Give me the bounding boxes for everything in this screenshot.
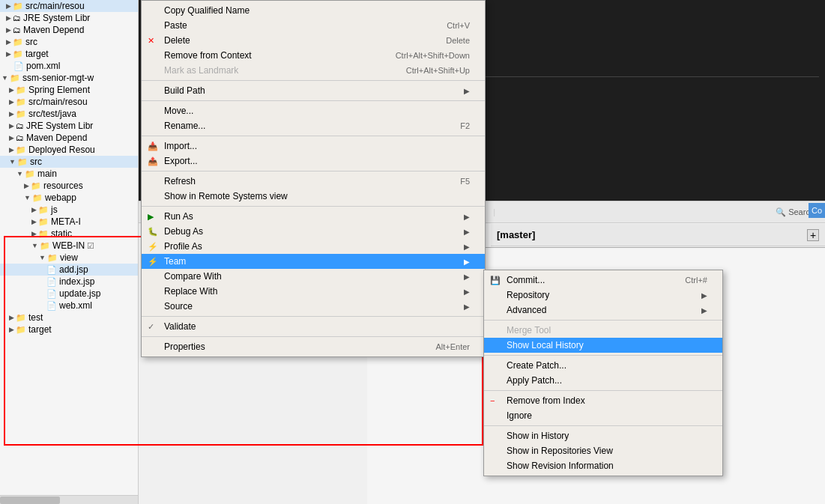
arrow-icon: ▶ [31,230,37,237]
tree-item-src2[interactable]: ▼ 📁 src [0,156,138,168]
menu-label: Commit... [507,275,545,285]
tree-item-ssm[interactable]: ▼ 📁 ssm-senior-mgt-w [0,72,138,84]
file-icon: 📄 [46,301,57,311]
menu-item-delete[interactable]: ✕ Delete Delete [142,33,485,48]
folder-icon: 📁 [31,181,41,191]
menu-separator [484,390,722,391]
tree-label: src [30,157,42,167]
tree-item-resources[interactable]: ▶ 📁 resources [0,180,138,192]
tree-item-spring[interactable]: ▶ 📁 Spring Element [0,84,138,96]
add-button[interactable]: + [807,229,819,241]
tree-item-target[interactable]: ▶ 📁 target [0,48,138,60]
submenu-arrow-icon: ▶ [464,258,470,266]
tree-label: Spring Element [28,85,90,95]
arrow-icon: ▼ [24,194,31,201]
tree-item-test2[interactable]: ▶ 📁 test [0,312,138,324]
menu-item-refresh[interactable]: Refresh F5 [142,174,485,189]
menu-label: Run As [164,211,193,222]
submenu-arrow-icon: ▶ [464,243,470,251]
menu-item-validate[interactable]: ✓ Validate [142,319,485,334]
tree-item-src-main[interactable]: ▶ 📁 src/main/resou [0,0,138,12]
menu-shortcut: Ctrl+Alt+Shift+Down [373,51,470,60]
tree-item-js[interactable]: ▶ 📁 js [0,204,138,216]
team-menu-ignore[interactable]: Ignore [484,408,722,423]
tree-label: target [25,49,49,59]
menu-item-team[interactable]: ⚡ Team ▶ [142,254,485,269]
tree-item-updatejsp[interactable]: 📄 update.jsp [0,288,138,300]
menu-shortcut: Ctrl+# [662,276,707,285]
tree-item-webxml[interactable]: 📄 web.xml [0,300,138,312]
tree-item-webinf[interactable]: ▼ 📁 WEB-IN ☑ [0,240,138,252]
project-explorer: ▶ 📁 src/main/resou ▶ 🗂 JRE System Libr ▶… [0,0,139,504]
tree-item-test-java[interactable]: ▶ 📁 src/test/java [0,108,138,120]
team-menu-show-repos[interactable]: Show in Repositories View [484,443,722,458]
folder-icon: 📁 [40,241,50,251]
menu-item-move[interactable]: Move... [142,103,485,118]
tree-item-maven2[interactable]: ▶ 🗂 Maven Depend [0,132,138,144]
tree-item-maven[interactable]: ▶ 🗂 Maven Depend [0,24,138,36]
tree-item-view[interactable]: ▼ 📁 view [0,252,138,264]
team-menu-show-revision[interactable]: Show Revision Information [484,458,722,473]
menu-item-profile-as[interactable]: ⚡ Profile As ▶ [142,239,485,254]
folder-icon: 📁 [13,1,23,11]
team-menu-repository[interactable]: Repository ▶ [484,288,722,303]
tree-item-webapp[interactable]: ▼ 📁 webapp [0,192,138,204]
submenu-arrow-icon: ▶ [701,306,707,315]
menu-item-show-remote[interactable]: Show in Remote Systems view [142,189,485,204]
team-menu-apply-patch[interactable]: Apply Patch... [484,373,722,388]
menu-item-copy-qualified[interactable]: Copy Qualified Name [142,3,485,18]
tree-item-indexjsp[interactable]: 📄 index.jsp [0,276,138,288]
arrow-icon: ▶ [9,314,14,321]
tree-label: Maven Depend [23,25,84,35]
menu-item-run-as[interactable]: ▶ Run As ▶ [142,209,485,224]
menu-item-properties[interactable]: Properties Alt+Enter [142,339,485,354]
arrow-icon: ▶ [9,110,14,118]
tree-item-pom[interactable]: 📄 pom.xml [0,60,138,72]
folder-icon: 📁 [13,37,23,47]
tree-item-meta[interactable]: ▶ 📁 META-I [0,216,138,228]
arrow-icon: ▶ [31,218,37,225]
tree-item-jre2[interactable]: ▶ 🗂 JRE System Libr [0,120,138,132]
team-menu-show-history[interactable]: Show in History [484,428,722,443]
menu-label: Team [164,256,186,267]
tree-item-deployed[interactable]: ▶ 📁 Deployed Resou [0,144,138,156]
tree-item-src[interactable]: ▶ 📁 src [0,36,138,48]
team-menu-create-patch[interactable]: Create Patch... [484,358,722,373]
tree-item-addjsp[interactable]: 📄 add.jsp [0,264,138,276]
menu-item-build-path[interactable]: Build Path ▶ [142,83,485,98]
menu-item-source[interactable]: Source ▶ [142,299,485,314]
team-menu-show-local-history[interactable]: Show Local History [484,338,722,353]
menu-label: Compare With [164,271,222,282]
folder-icon: 📁 [16,145,26,155]
menu-item-remove-context[interactable]: Remove from Context Ctrl+Alt+Shift+Down [142,48,485,63]
submenu-arrow-icon: ▶ [464,303,470,311]
menu-item-import[interactable]: 📥 Import... [142,139,485,154]
menu-item-replace-with[interactable]: Replace With ▶ [142,284,485,299]
tree-item-src-main2[interactable]: ▶ 📁 src/main/resou [0,96,138,108]
menu-separator [142,316,485,317]
tree-item-main[interactable]: ▼ 📁 main [0,168,138,180]
folder-icon: 📁 [16,325,26,335]
menu-separator [142,100,485,101]
tree-item-static[interactable]: ▶ 📁 static [0,228,138,240]
menu-item-export[interactable]: 📤 Export... [142,154,485,168]
menu-item-debug-as[interactable]: 🐛 Debug As ▶ [142,224,485,239]
menu-item-rename[interactable]: Rename... F2 [142,118,485,133]
menu-label: Remove from Index [507,395,585,406]
team-menu-commit[interactable]: 💾 Commit... Ctrl+# [484,273,722,288]
menu-label: Advanced [507,305,546,315]
library-icon: 🗂 [16,121,24,130]
arrow-icon: ▶ [6,2,11,10]
search-icon: 🔍 [776,207,786,217]
menu-item-compare-with[interactable]: Compare With ▶ [142,269,485,284]
arrow-icon: ▶ [9,134,14,142]
tree-label: ssm-senior-mgt-w [22,73,94,83]
tree-item-jre[interactable]: ▶ 🗂 JRE System Libr [0,12,138,24]
folder-icon: 📁 [17,157,28,167]
file-icon: 📄 [13,61,24,71]
menu-item-paste[interactable]: Paste Ctrl+V [142,18,485,33]
arrow-icon: ▶ [6,38,11,46]
tree-item-target2[interactable]: ▶ 📁 target [0,324,138,336]
team-menu-remove-index[interactable]: − Remove from Index [484,393,722,408]
team-menu-advanced[interactable]: Advanced ▶ [484,303,722,318]
